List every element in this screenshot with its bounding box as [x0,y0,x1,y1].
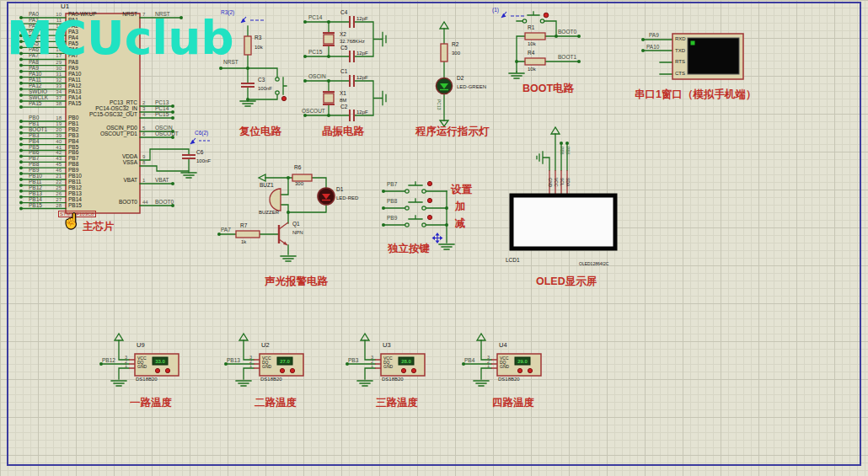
net-label: PB9 [387,216,397,222]
push-button[interactable] [427,215,431,219]
temp-down-button[interactable] [528,368,532,372]
net-label: VBAT [155,178,169,184]
serial-screen [688,38,739,74]
temp-down-button[interactable] [165,368,169,372]
capacitor-body[interactable] [182,155,196,158]
schematic-canvas: U1 STM32F103C8 主芯片 ☝ R3(2) R3 10k NRST C… [0,0,868,476]
junction-dot [19,207,23,211]
crystal-value: 8M [340,98,346,103]
oled-pin-name: GND [548,178,552,187]
sensor-title: 二路温度 [255,398,297,409]
oled-title: OLED显示屏 [536,276,597,287]
pin-number: 43 [46,156,62,161]
sensor-ref: U2 [261,342,270,349]
net-label: PC13 [437,99,441,110]
net-label: PB12 [102,358,115,364]
temp-down-button[interactable] [290,368,294,372]
wire [491,360,497,368]
junction-dot [19,70,23,73]
led-ref: D2 [457,76,463,82]
junction-dot [19,94,23,97]
junction-dot [303,114,307,117]
pin-number: 6 [142,131,145,136]
sensor-title: 三路温度 [376,398,418,409]
junction-dot [303,79,307,83]
pin-number: 9 [142,154,145,159]
probe-icon [241,19,246,23]
junction-dot [19,99,23,103]
pin-number: 34 [46,89,62,94]
junction-dot [303,20,307,24]
serial-window [641,34,743,79]
resistor-body[interactable] [525,33,545,40]
led-value: LED-RED [336,195,358,201]
sensor-ref: U3 [383,342,391,349]
resistor-value: 10k [255,45,263,50]
serial-pin-name: CTS [675,71,685,76]
net-label: PB6 [560,147,564,154]
reset-button[interactable] [281,96,286,100]
crystal-ref: X1 [340,91,346,97]
net-label: PA7 [221,227,231,233]
pin-name: BOOT0 [79,200,137,206]
boot-title: BOOT电路 [522,83,574,94]
crystal-value: 32.768KHz [340,39,365,44]
junction-dot [327,55,330,58]
crystal-body[interactable] [324,35,334,44]
temp-up-button[interactable] [155,368,159,372]
resistor-body[interactable] [244,36,251,55]
net-label: PA10 [646,45,659,51]
junction-dot [382,206,385,210]
temp-up-button[interactable] [401,368,405,372]
pin-number: 30 [46,66,62,71]
boot-switch[interactable] [544,13,549,18]
ground-icon [509,72,524,78]
capacitor-ref: C4 [340,10,347,16]
resistor-ref: R2 [452,42,458,48]
push-button[interactable] [427,198,431,202]
wire [375,360,381,368]
net-label: BOOT0 [558,29,576,35]
serial-title: 串口1窗口（模拟手机端） [635,89,756,100]
pin-number: 25 [46,185,62,190]
pin-number: 38 [46,101,62,106]
temp-down-button[interactable] [411,368,415,372]
button-contact [405,206,409,210]
junction-dot [19,126,23,129]
pin-number: 26 [46,191,62,196]
wire [350,75,354,121]
junction-dot [19,76,23,79]
buzzer-body[interactable] [270,189,281,211]
resistor-body[interactable] [441,44,447,62]
net-label: PB5 [565,147,570,154]
net-label: PC15 [155,112,169,118]
capacitor-ref: C6 [196,150,203,156]
resistor-value: 300 [295,181,303,186]
oled-part-label: OLED12864I2C [579,262,608,266]
chip-ref: U1 [61,3,69,10]
pin-name: GND [383,365,393,369]
resistor-body[interactable] [292,174,312,181]
net-label: PC15 [308,50,322,56]
resistor-body[interactable] [236,231,260,238]
temp-up-button[interactable] [517,368,522,372]
temp-up-button[interactable] [280,368,284,372]
oled-display[interactable] [512,195,615,249]
pin-number: 3 [142,106,145,111]
pin-name: VBAT [79,178,137,184]
push-button[interactable] [427,181,431,185]
pin-number: 1 [122,364,127,369]
probe-label: (1) [492,8,499,13]
pin-number: 4 [142,112,145,117]
serial-pin-name: RXD [675,36,686,41]
button-caption: 减 [455,218,466,229]
capacitor-value: 12pF [356,75,368,80]
wire [239,334,248,340]
sensor-part-label: DS18B20 [136,377,158,382]
crystal-body[interactable] [324,94,334,103]
button-contact [422,190,426,193]
transistor-value: NPN [292,230,303,235]
capacitor-value: 12pF [356,110,368,115]
resistor-body[interactable] [525,58,545,65]
capacitor-body[interactable] [241,83,255,87]
